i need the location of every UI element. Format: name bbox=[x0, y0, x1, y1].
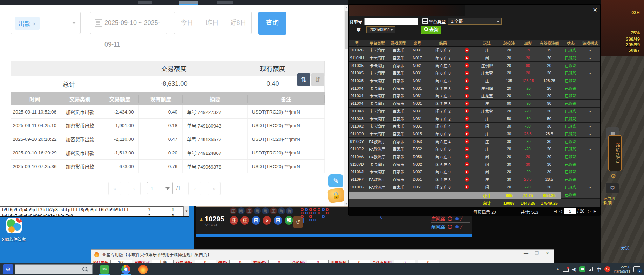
replay-play-icon[interactable]: ▶ bbox=[465, 101, 469, 106]
prev-page-button[interactable]: ‹ bbox=[128, 182, 141, 195]
today-button[interactable]: 今日 bbox=[174, 12, 200, 34]
bet-row[interactable]: 9110X3 卡卡湾厅 百家乐 N031 闲 7 庄 2 ▶ 庄 50 -50 … bbox=[349, 115, 600, 123]
scroll-down-icon[interactable]: ▼ bbox=[344, 202, 348, 205]
platform-type-dropdown[interactable]: 1.全部 bbox=[448, 18, 502, 25]
bet-row[interactable]: 9110O2 PA欧洲厅 百家乐 D052 闲 8 庄 5 ▶ 庄 20 -20… bbox=[349, 145, 600, 153]
date-range-picker[interactable]: 2025-09-10 ~ 2025-09-11 bbox=[90, 12, 167, 34]
taskbar-clock[interactable]: 22:56 2025/9/11 bbox=[614, 265, 630, 274]
replay-play-icon[interactable]: ▶ bbox=[465, 185, 469, 189]
query-button[interactable]: 查询 bbox=[258, 12, 286, 35]
replay-play-icon[interactable]: ▶ bbox=[465, 177, 469, 182]
order-number-input[interactable] bbox=[364, 18, 418, 25]
sogou-icon[interactable]: S bbox=[604, 266, 610, 272]
close-icon[interactable]: ✕ bbox=[593, 7, 597, 13]
tag-remove-icon[interactable]: × bbox=[33, 21, 36, 27]
last-page-button[interactable]: » bbox=[208, 182, 221, 195]
bet-row[interactable]: 9110X5 卡卡湾厅 百家乐 N031 闲 0 庄 8 ▶ 庄 135 128… bbox=[349, 77, 600, 85]
sort-desc-button[interactable]: ⇅ bbox=[297, 73, 310, 86]
gold-lock-badge[interactable]: 🔒 bbox=[327, 187, 345, 204]
bet-row[interactable]: 9110X4 卡卡湾厅 百家乐 N031 闲 7 庄 3 ▶ 庄例牌 20 -2… bbox=[349, 84, 600, 92]
player-ask-road-label[interactable]: 闲问路 bbox=[431, 224, 445, 229]
send-link[interactable]: 发送 bbox=[621, 245, 629, 251]
360-safe-taskbar-icon[interactable]: 360 bbox=[100, 265, 109, 274]
screencast-icon[interactable] bbox=[563, 267, 569, 272]
type-multiselect[interactable]: 出款× bbox=[11, 12, 81, 34]
close-button[interactable]: ✕ bbox=[545, 250, 549, 256]
replay-play-icon[interactable]: ▶ bbox=[465, 147, 469, 151]
replay-play-icon[interactable]: ▶ bbox=[465, 63, 469, 68]
last8days-button[interactable]: 近8日 bbox=[225, 12, 252, 34]
bet-row[interactable]: 9110X5 卡卡湾厅 百家乐 N031 闲 0 庄 8 ▶ 庄例牌 20 80… bbox=[349, 62, 600, 69]
bet-row[interactable]: 9110OY PA欧洲厅 百家乐 D053 闲 8 庄 4 ▶ 庄 30 -30… bbox=[349, 138, 600, 145]
wechat-icon[interactable] bbox=[579, 266, 585, 272]
table-row[interactable]: 2025-09-10 20:10:22 加密货币出款 -2,110.00 0.4… bbox=[11, 132, 325, 146]
network-icon[interactable] bbox=[589, 267, 594, 271]
replay-play-icon[interactable]: ▶ bbox=[465, 131, 469, 136]
bet-row[interactable]: 9110VD 卡卡湾厅 百家乐 N032 闲 6 庄 0 ▶ 闲 30 30 3… bbox=[349, 160, 600, 168]
gear-icon[interactable]: ⚙ bbox=[610, 172, 616, 180]
desktop-icon-360[interactable]: 7 bbox=[5, 218, 23, 235]
replay-play-icon[interactable]: ▶ bbox=[465, 71, 469, 75]
bet-row[interactable]: 9110X4 卡卡湾厅 百家乐 N031 闲 7 庄 3 ▶ 庄龙宝 20 -2… bbox=[349, 92, 600, 100]
bet-row[interactable]: 9110VA PA欧洲厅 百家乐 D056 闲 8 庄 3 ▶ 闲 20 20 … bbox=[349, 153, 600, 161]
speaker-icon[interactable]: ◀) bbox=[572, 267, 576, 272]
bet-row[interactable]: 9110X4 卡卡湾厅 百家乐 N031 闲 7 庄 3 ▶ 庄 90 -90 … bbox=[349, 100, 600, 108]
search-button[interactable]: 查询 bbox=[421, 26, 441, 34]
start-button[interactable]: ⊕ bbox=[3, 264, 13, 274]
bet-row[interactable]: 9110P6 PA欧洲厅 百家乐 D051 闲 2 庄 6 ▶ 闲 20 -20… bbox=[349, 183, 600, 191]
first-page-icon[interactable]: ◀ bbox=[554, 209, 557, 213]
next-page-button[interactable]: › bbox=[188, 182, 201, 195]
replay-play-icon[interactable]: ▶ bbox=[465, 48, 469, 53]
hash-scroll-down-icon[interactable]: ▼ bbox=[183, 206, 189, 216]
replay-play-icon[interactable]: ▶ bbox=[465, 139, 469, 144]
replay-play-icon[interactable]: ▶ bbox=[465, 109, 469, 113]
last-page-icon[interactable]: ▶ bbox=[594, 209, 596, 213]
prev-page-icon[interactable]: ◁ bbox=[559, 209, 562, 213]
scroll-up-icon[interactable]: ▲ bbox=[344, 6, 348, 9]
scrollbar-thumb[interactable] bbox=[345, 11, 348, 49]
bet-row[interactable]: 9110NH 卡卡湾厅 百家乐 N017 闲 9 庄 7 ▶ 闲 20 20 2… bbox=[349, 54, 600, 62]
table-row[interactable]: 2025-09-10 16:29:29 加密货币出款 -1,513.00 0.2… bbox=[11, 146, 325, 160]
replay-play-icon[interactable]: ▶ bbox=[465, 56, 469, 60]
input-method-indicator[interactable]: 中 bbox=[597, 266, 601, 273]
road-paper-tab[interactable]: 路纸选台 bbox=[608, 135, 622, 171]
replay-play-icon[interactable]: ▶ bbox=[465, 154, 469, 159]
bet-row[interactable]: 9110Z6 卡卡湾厅 百家乐 N031 闲 5 庄 7 ▶ 庄 20 19 1… bbox=[349, 47, 600, 54]
table-row[interactable]: 2025-09-11 04:25:10 加密货币出款 -1,901.00 0.1… bbox=[11, 119, 325, 132]
minimize-button[interactable]: — bbox=[524, 250, 528, 256]
banker-ask-road-label[interactable]: 庄问路 bbox=[431, 216, 445, 221]
yesterday-button[interactable]: 昨日 bbox=[199, 12, 225, 34]
next-page-icon[interactable]: ▷ bbox=[588, 209, 591, 213]
replay-play-icon[interactable]: ▶ bbox=[465, 162, 469, 166]
nav-tab-fragment[interactable] bbox=[138, 1, 152, 4]
nav-tab-fragment[interactable] bbox=[217, 1, 233, 4]
replay-play-icon[interactable]: ▶ bbox=[465, 124, 469, 129]
yaxing-taskbar-icon[interactable] bbox=[138, 265, 148, 274]
first-page-button[interactable]: « bbox=[108, 182, 121, 195]
page-number-box[interactable]: 1 bbox=[564, 208, 576, 214]
chrome-taskbar-icon[interactable] bbox=[121, 265, 130, 274]
page-select[interactable]: 1 bbox=[147, 182, 173, 194]
maximize-button[interactable]: ❐ bbox=[535, 250, 539, 256]
bet-row[interactable]: 9110O9 卡卡湾厅 百家乐 N015 闲 0 庄 9 ▶ 庄 30 28.5… bbox=[349, 130, 600, 138]
replay-play-icon[interactable]: ▶ bbox=[465, 78, 469, 83]
bet-row[interactable]: 9110X3 卡卡湾厅 百家乐 N031 闲 7 庄 2 ▶ 庄龙宝 20 -2… bbox=[349, 108, 600, 115]
chat-mute-icon[interactable]: 🗨 bbox=[606, 183, 619, 193]
notification-center-icon[interactable]: 2 bbox=[633, 266, 640, 272]
page-scrollbar[interactable]: ▲ ▼ bbox=[344, 5, 348, 206]
table-row[interactable]: 2025-09-11 10:52:06 加密货币出款 -2,434.00 0.4… bbox=[11, 105, 325, 119]
bet-row[interactable]: 9110X5 卡卡湾厅 百家乐 N031 闲 0 庄 8 ▶ 庄龙宝 20 20… bbox=[349, 69, 600, 77]
replay-play-icon[interactable]: ▶ bbox=[465, 116, 469, 121]
feedback-edit-button[interactable]: ✎ bbox=[328, 174, 343, 187]
bet-row[interactable]: 9110NJ 卡卡湾厅 百家乐 N007 闲 6 庄 9 ▶ 闲 20 -20 … bbox=[349, 168, 600, 176]
taskbar-search-input[interactable] bbox=[15, 264, 93, 274]
replay-play-icon[interactable]: ▶ bbox=[465, 170, 469, 174]
replay-play-icon[interactable]: ▶ bbox=[465, 86, 469, 90]
replay-play-icon[interactable]: ▶ bbox=[465, 94, 469, 98]
table-row[interactable]: 2025-09-10 07:25:36 加密货币出款 -673.00 0.76 … bbox=[11, 160, 325, 173]
sort-asc-button[interactable]: ⇵ bbox=[311, 73, 324, 86]
tray-expand-icon[interactable]: ∧ bbox=[557, 267, 560, 271]
end-date-dropdown[interactable]: 2025/09/11 bbox=[366, 26, 395, 33]
bet-row[interactable]: 9110P7 PA欧洲厅 百家乐 D051 闲 4 庄 8 ▶ 庄 30 28.… bbox=[349, 176, 600, 184]
bet-row[interactable]: 9110X2 卡卡湾厅 百家乐 N031 闲 0 庄 4 ▶ 闲 30 -30 … bbox=[349, 123, 600, 130]
